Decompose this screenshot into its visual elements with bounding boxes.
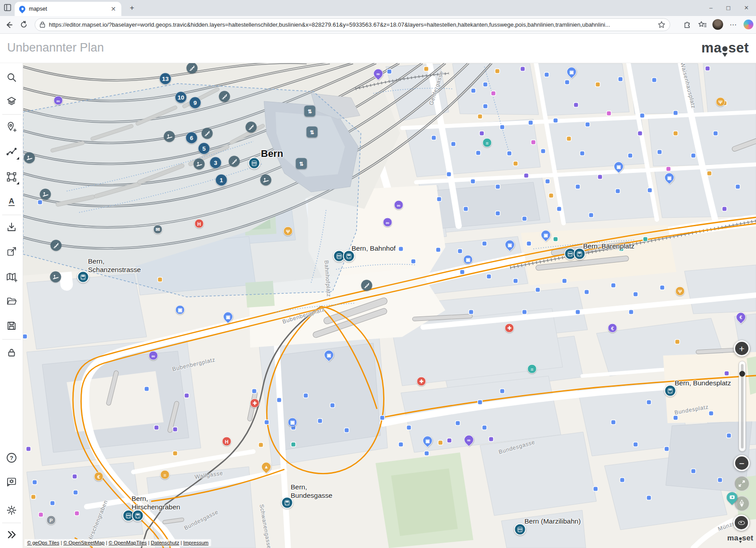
poi-marker	[471, 180, 475, 184]
add-map-tool-button[interactable]	[3, 268, 20, 286]
attribution-link-geops[interactable]: © geOps Tiles	[27, 540, 59, 545]
add-point-tool-button[interactable]	[3, 118, 20, 136]
tab-overview-icon[interactable]	[4, 4, 12, 12]
poi-marker	[665, 447, 669, 451]
report-bug-button[interactable]	[3, 473, 20, 491]
stop-label[interactable]: Bern,Hirschengraben	[132, 494, 180, 512]
attribution-link-omt[interactable]: © OpenMapTiles	[108, 540, 147, 545]
attribution-link-datenschutz[interactable]: Datenschutz	[151, 540, 179, 545]
stop-label[interactable]: Bern, Bundesplatz	[675, 379, 731, 387]
stop-bus-icon[interactable]	[77, 271, 89, 283]
screen: ΨΨΨHH✚✚✚€≡≡≡▣▣▣∞∞∞∞✉P€∞∞€▣▣▣▣▣▣▣▣▲131096…	[0, 0, 756, 548]
attribution-link-osm[interactable]: © OpenStreetMap	[63, 540, 104, 545]
stop-label[interactable]: Bern, Bahnhof	[352, 244, 396, 252]
save-tool-button[interactable]	[3, 317, 20, 335]
export-tool-button[interactable]	[3, 243, 20, 260]
url-text[interactable]: https://editor.mapset.io/?baselayer=worl…	[49, 21, 654, 28]
zoom-out-button[interactable]: −	[734, 455, 750, 471]
transform-tool-button[interactable]	[3, 168, 20, 186]
poi-marker	[676, 340, 680, 344]
refresh-button[interactable]	[18, 19, 29, 31]
copilot-icon[interactable]	[744, 20, 753, 29]
browser-tab[interactable]: mapset ✕	[15, 2, 121, 16]
poi-marker	[33, 480, 37, 484]
poi-marker	[594, 487, 598, 491]
map-canvas[interactable]: ΨΨΨHH✚✚✚€≡≡≡▣▣▣∞∞∞∞✉P€∞∞€▣▣▣▣▣▣▣▣▲131096…	[0, 0, 756, 548]
double-chevron-right-icon	[6, 529, 17, 540]
more-menu-icon[interactable]: ⋯	[728, 20, 738, 29]
collapse-sidebar-button[interactable]	[3, 526, 20, 544]
window-close-button[interactable]: ✕	[744, 4, 749, 11]
ramp-icon	[40, 189, 51, 200]
add-location-pin-icon	[6, 121, 17, 132]
favorites-bar-icon[interactable]	[697, 20, 707, 29]
poi-marker	[436, 248, 440, 252]
search-tool-button[interactable]	[3, 68, 20, 86]
url-bar[interactable]: https://editor.mapset.io/?baselayer=worl…	[35, 18, 670, 31]
platform-badge: 5	[198, 143, 210, 155]
bookmark-star-icon[interactable]	[658, 21, 665, 28]
toggle-visibility-button[interactable]	[733, 515, 749, 531]
save-icon	[6, 320, 17, 331]
help-button[interactable]: ?	[3, 449, 20, 467]
tab-overview-glyph	[4, 4, 12, 12]
zoom-slider-knob[interactable]	[740, 371, 745, 377]
poi-marker	[692, 154, 696, 158]
back-button[interactable]	[3, 19, 15, 31]
poi-marker	[472, 89, 476, 93]
poi-marker	[523, 310, 527, 314]
window-maximize-button[interactable]: ◻	[726, 4, 731, 11]
tab-title: mapset	[29, 6, 106, 12]
polyline-icon	[6, 147, 17, 157]
window-minimize-button[interactable]: –	[709, 4, 712, 11]
poi-marker	[557, 207, 561, 211]
poi-marker	[619, 77, 623, 81]
stop-label[interactable]: Bern (Marzilibahn)	[524, 517, 581, 525]
profile-avatar[interactable]	[712, 19, 723, 30]
poi-cafe-icon: ≡	[528, 364, 537, 374]
poi-marker	[452, 142, 456, 146]
platform-badge: 13	[160, 73, 172, 85]
stop-train-icon[interactable]	[248, 157, 260, 169]
draw-line-tool-button[interactable]	[3, 143, 20, 161]
open-plan-tool-button[interactable]	[3, 292, 20, 310]
poi-library-icon: ≡	[483, 138, 492, 148]
map-logo: maset	[727, 534, 753, 543]
plan-title-input[interactable]: Unbenannter Plan	[7, 41, 104, 55]
poi-marker	[345, 428, 349, 432]
sidebar-divider	[2, 215, 21, 215]
poi-marker	[647, 400, 651, 404]
new-tab-button[interactable]: +	[127, 3, 137, 13]
download-tool-button[interactable]	[3, 218, 20, 236]
extensions-icon[interactable]	[682, 20, 692, 29]
poi-marker	[554, 119, 558, 123]
fit-extent-button[interactable]	[734, 476, 750, 492]
poi-marker	[185, 394, 189, 398]
poi-marker	[527, 242, 531, 246]
layers-tool-button[interactable]	[3, 92, 20, 110]
search-icon	[6, 72, 17, 83]
poi-marker	[554, 237, 558, 241]
attribution-link-impressum[interactable]: Impressum	[183, 540, 208, 545]
text-tool-button[interactable]: A	[3, 193, 20, 211]
ramp-icon	[260, 175, 272, 186]
poi-restaurant-icon: Ψ	[676, 287, 685, 296]
tab-close-icon[interactable]: ✕	[110, 5, 117, 12]
poi-marker	[514, 279, 518, 283]
settings-button[interactable]	[3, 501, 20, 519]
stop-label[interactable]: Bern,Bundesgasse	[291, 483, 332, 500]
poi-marker	[523, 217, 527, 221]
poi-marker	[75, 512, 79, 516]
zoom-in-button[interactable]: +	[734, 340, 750, 356]
stop-label[interactable]: Bern, Bärenplatz	[583, 242, 634, 250]
lock-tool-button[interactable]	[3, 344, 20, 361]
sidebar-divider	[2, 339, 21, 340]
poi-exchange-icon: €	[94, 472, 104, 481]
poi-bike-share-icon: ∞	[149, 351, 158, 360]
stairs-icon	[361, 280, 372, 291]
zoom-slider[interactable]	[739, 361, 746, 452]
compass-needle-icon	[739, 500, 744, 508]
stop-label[interactable]: Bern,Schanzenstrasse	[88, 257, 141, 274]
poi-marker	[589, 213, 593, 217]
poi-dentist-icon: ✚	[250, 399, 260, 408]
